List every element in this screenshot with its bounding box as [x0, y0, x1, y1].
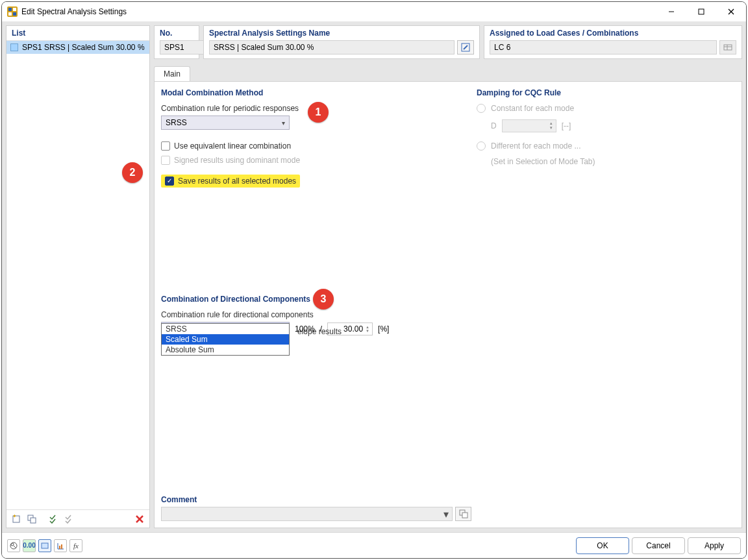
directional-rule-label: Combination rule for directional compone…: [161, 310, 471, 319]
app-icon: [7, 6, 18, 17]
close-button[interactable]: [716, 2, 746, 21]
apply-button[interactable]: Apply: [688, 537, 741, 554]
new-item-button[interactable]: ✦: [9, 512, 23, 526]
directional-group: Combination of Directional Components Co…: [161, 295, 471, 490]
svg-rect-1: [8, 8, 12, 11]
svg-point-22: [11, 543, 14, 546]
comment-group: Comment ▾: [161, 495, 471, 521]
assigned-input[interactable]: [490, 40, 717, 55]
radio-icon: [477, 104, 486, 113]
svg-rect-20: [462, 513, 468, 518]
radio-different-row: Different for each mode ...: [477, 141, 735, 151]
tab-main[interactable]: Main: [154, 66, 190, 81]
list-header: List: [6, 26, 149, 41]
checkbox-icon: [161, 141, 170, 151]
partially-covered-text: elope results: [297, 327, 342, 336]
svg-rect-28: [61, 544, 62, 549]
comment-title: Comment: [161, 495, 471, 504]
minimize-button[interactable]: [656, 2, 686, 21]
name-label: Spectral Analysis Settings Name: [209, 29, 474, 38]
chevron-down-icon: ▾: [440, 508, 452, 520]
copy-item-button[interactable]: [25, 512, 39, 526]
svg-rect-4: [13, 12, 16, 16]
window-title: Edit Spectral Analysis Settings: [21, 7, 656, 16]
list-item-icon: [10, 43, 18, 51]
tab-main-label: Main: [164, 69, 181, 79]
help-button[interactable]: [7, 539, 20, 552]
svg-rect-3: [8, 12, 12, 16]
radio-different-label: Different for each mode ...: [491, 141, 581, 151]
cancel-label: Cancel: [646, 541, 670, 550]
dropdown-item[interactable]: SRSS: [162, 324, 289, 334]
chk-save-label: Save results of all selected modes: [178, 177, 296, 186]
svg-rect-12: [31, 518, 36, 523]
list-item-label: SPS1 SRSS | Scaled Sum 30.00 %: [22, 43, 145, 52]
empty-bottom-right: [477, 495, 735, 521]
svg-rect-2: [13, 8, 16, 11]
damping-title: Damping for CQC Rule: [477, 88, 735, 97]
svg-rect-27: [59, 546, 60, 549]
damping-group: Damping for CQC Rule Constant for each m…: [477, 88, 735, 289]
comment-input[interactable]: ▾: [161, 507, 453, 521]
modal-combination-title: Modal Combination Method: [161, 88, 471, 97]
name-input[interactable]: [209, 40, 455, 55]
periodic-rule-value: SRSS: [166, 118, 187, 127]
dropdown-item[interactable]: Scaled Sum: [162, 334, 289, 345]
bottom-bar: 0.00 fx OK Cancel Apply: [2, 532, 746, 558]
delete-item-button[interactable]: [132, 512, 147, 526]
chk-save-highlighted: ✓ Save results of all selected modes: [161, 175, 300, 188]
edit-name-button[interactable]: [457, 40, 474, 55]
svg-line-23: [14, 546, 16, 548]
svg-rect-24: [42, 543, 48, 548]
chk-signed-label: Signed results using dominant mode: [174, 156, 300, 165]
chk-linear-row[interactable]: Use equivalent linear combination: [161, 141, 471, 151]
checkbox-checked-icon: ✓: [165, 177, 174, 186]
comment-library-button[interactable]: [455, 507, 471, 521]
periodic-rule-select[interactable]: SRSS▾: [161, 116, 290, 130]
checkbox-icon: [161, 156, 170, 165]
dropdown-item[interactable]: Absolute Sum: [162, 345, 289, 355]
assigned-details-button[interactable]: [719, 40, 736, 55]
empty-right-panel: [477, 295, 735, 490]
d-label: D: [491, 121, 497, 130]
units-button[interactable]: 0.00: [23, 539, 36, 552]
callout-3: 3: [313, 289, 334, 310]
chevron-down-icon: ▾: [282, 119, 285, 127]
function-button[interactable]: fx: [69, 539, 82, 552]
assigned-label: Assigned to Load Cases / Combinations: [490, 29, 736, 38]
svg-text:✦: ✦: [12, 514, 17, 519]
chk-signed-row: Signed results using dominant mode: [161, 156, 471, 165]
list-item[interactable]: SPS1 SRSS | Scaled Sum 30.00 %: [6, 41, 149, 54]
apply-label: Apply: [704, 541, 724, 550]
check-all-button[interactable]: [47, 512, 61, 526]
d-unit: [--]: [562, 121, 571, 130]
radio-constant-row: Constant for each mode: [477, 104, 735, 113]
titlebar: Edit Spectral Analysis Settings: [2, 2, 746, 21]
cancel-button[interactable]: Cancel: [632, 537, 685, 554]
svg-rect-6: [699, 9, 704, 14]
radio-icon: [477, 141, 486, 151]
radio-different-sub: (Set in Selection of Mode Tab): [491, 157, 595, 166]
list-panel: List SPS1 SRSS | Scaled Sum 30.00 % ✦: [6, 25, 150, 528]
d-input: ▲▼: [502, 119, 556, 132]
maximize-button[interactable]: [686, 2, 716, 21]
ok-button[interactable]: OK: [576, 537, 629, 554]
chk-save-row[interactable]: ✓ Save results of all selected modes: [165, 177, 296, 186]
chk-linear-label: Use equivalent linear combination: [174, 141, 291, 151]
directional-dropdown-open: SRSS Scaled Sum Absolute Sum: [161, 323, 290, 356]
callout-1: 1: [308, 102, 329, 123]
view-button[interactable]: [38, 539, 51, 552]
uncheck-all-button[interactable]: [62, 512, 77, 526]
no-label: No.: [160, 29, 193, 38]
graph-button[interactable]: [54, 539, 67, 552]
pct2-value: 30.00: [343, 324, 363, 334]
ok-label: OK: [597, 541, 608, 550]
pct-unit: [%]: [378, 324, 389, 334]
radio-constant-label: Constant for each mode: [491, 104, 574, 113]
callout-2: 2: [122, 162, 143, 183]
svg-rect-16: [724, 45, 732, 50]
